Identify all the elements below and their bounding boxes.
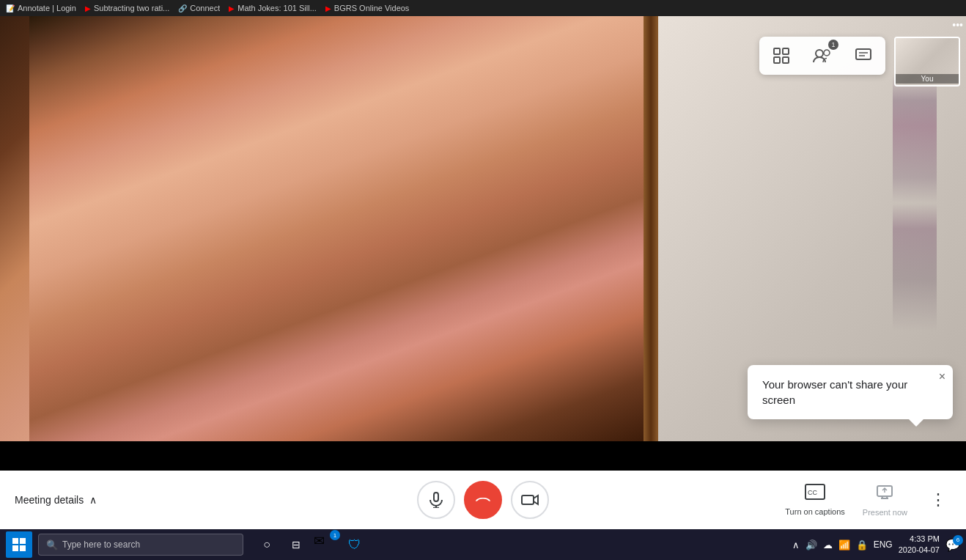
present-now-button[interactable]: Present now <box>863 483 907 517</box>
svg-point-5 <box>824 50 830 56</box>
taskbar-shield[interactable]: 🛡 <box>343 533 366 556</box>
search-placeholder: Type here to search <box>62 539 140 550</box>
taskbar: 🔍 Type here to search ○ ⊟ ✉ 1 🛡 ∧ 🔊 ☁ 📶 … <box>0 529 966 560</box>
svg-rect-16 <box>12 538 18 544</box>
present-label: Present now <box>863 508 907 517</box>
tab-subtracting-label: Subtracting two rati... <box>94 4 169 12</box>
self-view-label: You <box>896 74 959 84</box>
tab-annotate[interactable]: 📝 Annotate | Login <box>6 4 76 12</box>
lang-label[interactable]: ENG <box>874 539 893 550</box>
svg-rect-1 <box>783 48 789 54</box>
taskbar-mail[interactable]: ✉ 1 <box>314 533 337 556</box>
tooltip-message: Your browser can't share your screen <box>762 377 938 408</box>
participant-count: 1 <box>828 40 838 50</box>
svg-rect-2 <box>774 57 780 63</box>
svg-rect-19 <box>20 545 26 551</box>
notification-center[interactable]: 💬 6 <box>945 538 960 552</box>
youtube-icon-3: ▶ <box>325 4 331 12</box>
volume-icon[interactable]: 🔊 <box>805 539 817 550</box>
taskbar-taskview[interactable]: ⊟ <box>284 533 308 556</box>
wall-decoration <box>893 75 937 331</box>
mute-button[interactable] <box>417 481 455 519</box>
youtube-icon-1: ▶ <box>85 4 91 12</box>
notification-count: 6 <box>953 535 963 545</box>
svg-rect-18 <box>12 545 18 551</box>
svg-rect-6 <box>856 49 871 59</box>
security-icon[interactable]: 🔒 <box>856 539 868 550</box>
svg-rect-0 <box>774 48 780 54</box>
meeting-details-label: Meeting details <box>15 494 84 506</box>
tab-annotate-label: Annotate | Login <box>18 4 76 12</box>
youtube-icon-2: ▶ <box>229 4 235 12</box>
call-controls <box>417 481 549 519</box>
taskbar-search[interactable]: 🔍 Type here to search <box>38 534 243 556</box>
search-icon: 🔍 <box>46 539 58 550</box>
grid-view-button[interactable] <box>768 43 794 69</box>
system-clock[interactable]: 4:33 PM 2020-04-07 <box>899 534 940 556</box>
mail-badge: 1 <box>330 530 340 540</box>
tab-connect[interactable]: 🔗 Connect <box>178 4 220 12</box>
more-options-button[interactable]: ⋮ <box>925 487 951 513</box>
annotate-icon: 📝 <box>6 4 15 12</box>
bottom-bar: Meeting details ∧ <box>0 471 966 529</box>
end-call-button[interactable] <box>464 481 502 519</box>
present-icon <box>876 483 893 505</box>
network-icon[interactable]: 📶 <box>838 539 850 550</box>
clock-time: 4:33 PM <box>899 534 940 545</box>
tab-bgrs[interactable]: ▶ BGRS Online Videos <box>325 4 410 12</box>
captions-icon: CC <box>805 484 825 504</box>
svg-rect-9 <box>434 493 438 501</box>
connect-icon: 🔗 <box>178 4 187 12</box>
cloud-icon[interactable]: ☁ <box>823 539 833 550</box>
captions-label: Turn on captions <box>785 507 845 516</box>
camera-button[interactable] <box>511 481 549 519</box>
self-view: You <box>894 37 960 86</box>
participants-button[interactable]: 1 <box>809 43 836 69</box>
tab-mathjokes-label: Math Jokes: 101 Sill... <box>237 4 317 12</box>
video-container: 1 You ••• × Your browser can't share you… <box>0 16 966 441</box>
tab-bar: 📝 Annotate | Login ▶ Subtracting two rat… <box>0 0 966 16</box>
svg-text:CC: CC <box>808 489 817 496</box>
captions-button[interactable]: CC Turn on captions <box>785 484 845 516</box>
tab-mathjokes[interactable]: ▶ Math Jokes: 101 Sill... <box>229 4 317 12</box>
meeting-details-button[interactable]: Meeting details ∧ <box>15 494 97 506</box>
taskbar-system-tray: ∧ 🔊 ☁ 📶 🔒 ENG 4:33 PM 2020-04-07 💬 6 <box>792 534 960 556</box>
tab-connect-label: Connect <box>190 4 220 12</box>
tab-subtracting[interactable]: ▶ Subtracting two rati... <box>85 4 169 12</box>
svg-rect-17 <box>20 538 26 544</box>
top-toolbar: 1 <box>759 37 885 75</box>
browser-share-tooltip: × Your browser can't share your screen <box>748 365 953 419</box>
tab-bgrs-label: BGRS Online Videos <box>334 4 410 12</box>
start-button[interactable] <box>6 531 32 558</box>
tooltip-close-button[interactable]: × <box>939 371 945 383</box>
taskbar-cortana[interactable]: ○ <box>255 533 279 556</box>
action-controls: CC Turn on captions Present now ⋮ <box>785 483 951 517</box>
clock-date: 2020-04-07 <box>899 545 940 556</box>
person-silhouette <box>29 16 652 441</box>
taskbar-apps: ○ ⊟ ✉ 1 🛡 <box>255 533 366 556</box>
meeting-details-chevron: ∧ <box>89 494 97 506</box>
chat-button[interactable] <box>850 43 877 69</box>
svg-rect-12 <box>522 495 534 504</box>
svg-point-4 <box>816 50 823 57</box>
self-view-more-button[interactable]: ••• <box>952 19 963 31</box>
svg-rect-3 <box>783 57 789 63</box>
door-frame <box>644 16 658 441</box>
chevron-up-icon[interactable]: ∧ <box>792 539 800 550</box>
